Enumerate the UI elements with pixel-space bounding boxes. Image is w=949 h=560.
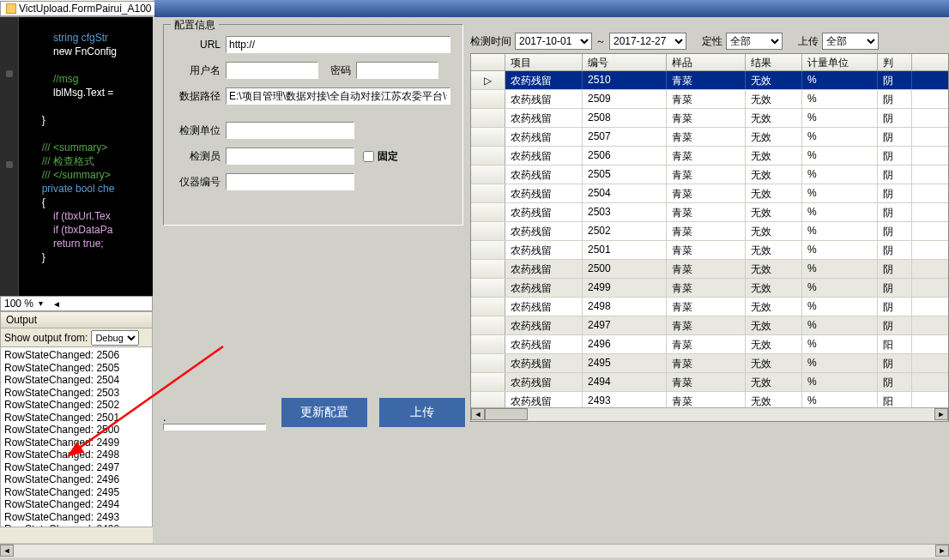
row-header[interactable] bbox=[471, 335, 505, 353]
code-line: /// 检查格式 bbox=[0, 154, 153, 168]
table-row[interactable]: 农药残留2501青菜无效%阴 bbox=[471, 241, 948, 260]
table-cell: 阴 bbox=[878, 222, 912, 240]
row-header[interactable]: ▷ bbox=[471, 71, 505, 89]
url-input[interactable] bbox=[226, 36, 450, 53]
row-header[interactable] bbox=[471, 184, 505, 202]
scroll-track[interactable] bbox=[485, 408, 934, 421]
upload-filter-select[interactable]: 全部 bbox=[822, 33, 879, 50]
gutter-collapse-icon[interactable] bbox=[6, 70, 13, 77]
col-number[interactable]: 编号 bbox=[583, 54, 667, 70]
col-last[interactable]: 判 bbox=[878, 54, 912, 70]
dialog-titlebar[interactable] bbox=[154, 0, 949, 17]
update-config-button[interactable]: 更新配置 bbox=[281, 398, 367, 427]
table-row[interactable]: 农药残留2502青菜无效%阴 bbox=[471, 222, 948, 241]
code-editor[interactable]: string cfgStr new FnConfig //msg lblMsg.… bbox=[0, 17, 153, 296]
qualitative-select[interactable]: 全部 bbox=[726, 33, 783, 50]
row-header[interactable] bbox=[471, 109, 505, 127]
grid-hscrollbar[interactable]: ◄ ► bbox=[471, 407, 948, 421]
table-cell: 青菜 bbox=[667, 335, 746, 353]
output-line: RowStateChanged: 2498 bbox=[4, 449, 148, 461]
row-header[interactable] bbox=[471, 222, 505, 240]
table-row[interactable]: 农药残留2494青菜无效%阴 bbox=[471, 373, 948, 392]
row-header[interactable] bbox=[471, 147, 505, 165]
table-row[interactable]: 农药残留2506青菜无效%阴 bbox=[471, 147, 948, 166]
table-row[interactable]: 农药残留2508青菜无效%阴 bbox=[471, 109, 948, 128]
table-cell: 2510 bbox=[583, 71, 667, 89]
scroll-left-icon[interactable]: ◄ bbox=[0, 545, 14, 557]
config-groupbox: 配置信息 URL 用户名 密码 数据路径 检测单位 检测员 固定 仪器编号 bbox=[163, 24, 463, 226]
table-cell: 阴 bbox=[878, 109, 912, 127]
table-cell: 青菜 bbox=[667, 90, 746, 108]
row-header[interactable] bbox=[471, 279, 505, 297]
zoom-level[interactable]: 100 % bbox=[4, 298, 33, 310]
scroll-track[interactable] bbox=[14, 545, 935, 557]
username-input[interactable] bbox=[226, 62, 318, 79]
col-unit[interactable]: 计量单位 bbox=[802, 54, 878, 70]
status-text: . bbox=[163, 412, 166, 424]
detect-time-label: 检测时间 bbox=[470, 34, 511, 49]
row-header[interactable] bbox=[471, 241, 505, 259]
datapath-input[interactable] bbox=[226, 87, 450, 105]
gutter-collapse-icon[interactable] bbox=[6, 161, 13, 168]
table-row[interactable]: 农药残留2507青菜无效%阴 bbox=[471, 128, 948, 147]
output-line: RowStateChanged: 2504 bbox=[4, 374, 148, 387]
table-row[interactable]: 农药残留2509青菜无效%阴 bbox=[471, 90, 948, 109]
row-header[interactable] bbox=[471, 166, 505, 184]
row-header[interactable] bbox=[471, 203, 505, 221]
table-cell: 青菜 bbox=[667, 203, 746, 221]
table-row[interactable]: 农药残留2498青菜无效%阴 bbox=[471, 298, 948, 316]
table-cell: % bbox=[802, 90, 878, 108]
data-grid[interactable]: 项目 编号 样品 结果 计量单位 判 ▷农药残留2510青菜无效%阴农药残留25… bbox=[470, 53, 949, 422]
window-hscrollbar[interactable]: ◄ ► bbox=[0, 544, 949, 557]
unit-label: 检测单位 bbox=[171, 123, 221, 138]
row-header[interactable] bbox=[471, 90, 505, 108]
table-row[interactable]: 农药残留2505青菜无效%阴 bbox=[471, 166, 948, 184]
table-cell: % bbox=[802, 184, 878, 202]
scroll-left-icon[interactable]: ◄ bbox=[471, 408, 485, 420]
operator-label: 检测员 bbox=[171, 149, 221, 164]
zoom-dropdown-icon[interactable]: ▾ bbox=[39, 298, 47, 309]
output-body[interactable]: RowStateChanged: 2506RowStateChanged: 25… bbox=[0, 347, 153, 527]
unit-input[interactable] bbox=[226, 122, 354, 139]
table-row[interactable]: 农药残留2504青菜无效%阴 bbox=[471, 184, 948, 203]
password-input[interactable] bbox=[356, 62, 438, 79]
scroll-right-icon[interactable]: ► bbox=[935, 545, 949, 557]
table-cell: 阴 bbox=[878, 147, 912, 165]
row-header[interactable] bbox=[471, 354, 505, 372]
date-to-select[interactable]: 2017-12-27 bbox=[609, 33, 686, 50]
table-cell: 阴 bbox=[878, 241, 912, 259]
table-row[interactable]: 农药残留2499青菜无效%阴 bbox=[471, 279, 948, 298]
output-source-select[interactable]: Debug bbox=[91, 330, 139, 346]
col-result[interactable]: 结果 bbox=[746, 54, 802, 70]
row-header[interactable] bbox=[471, 260, 505, 278]
table-cell: 无效 bbox=[746, 128, 802, 146]
document-tab[interactable]: VictUpload.FormPairui_A100 bbox=[0, 1, 158, 16]
upload-button[interactable]: 上传 bbox=[379, 398, 465, 427]
instrument-input[interactable] bbox=[226, 173, 354, 190]
table-cell: 2497 bbox=[583, 316, 667, 334]
code-line bbox=[0, 17, 153, 31]
table-cell: 青菜 bbox=[667, 147, 746, 165]
operator-input[interactable] bbox=[226, 148, 354, 165]
scroll-right-icon[interactable]: ► bbox=[934, 408, 948, 420]
row-header[interactable] bbox=[471, 316, 505, 334]
table-row[interactable]: 农药残留2496青菜无效%阳 bbox=[471, 335, 948, 354]
table-cell: 无效 bbox=[746, 316, 802, 334]
scroll-thumb[interactable] bbox=[485, 408, 528, 420]
table-row[interactable]: 农药残留2500青菜无效%阴 bbox=[471, 260, 948, 279]
table-cell: 青菜 bbox=[667, 71, 746, 89]
table-row[interactable]: 农药残留2503青菜无效%阴 bbox=[471, 203, 948, 222]
table-row[interactable]: 农药残留2495青菜无效%阴 bbox=[471, 354, 948, 373]
row-header[interactable] bbox=[471, 298, 505, 316]
table-row[interactable]: 农药残留2497青菜无效%阴 bbox=[471, 316, 948, 335]
row-header[interactable] bbox=[471, 128, 505, 146]
row-header[interactable] bbox=[471, 373, 505, 391]
table-cell: % bbox=[802, 354, 878, 372]
fixed-checkbox[interactable] bbox=[363, 151, 374, 162]
col-sample[interactable]: 样品 bbox=[667, 54, 746, 70]
table-cell: 2499 bbox=[583, 279, 667, 297]
col-project[interactable]: 项目 bbox=[505, 54, 583, 70]
table-row[interactable]: ▷农药残留2510青菜无效%阴 bbox=[471, 71, 948, 90]
date-from-select[interactable]: 2017-10-01 bbox=[515, 33, 592, 50]
table-cell: 农药残留 bbox=[505, 222, 583, 240]
